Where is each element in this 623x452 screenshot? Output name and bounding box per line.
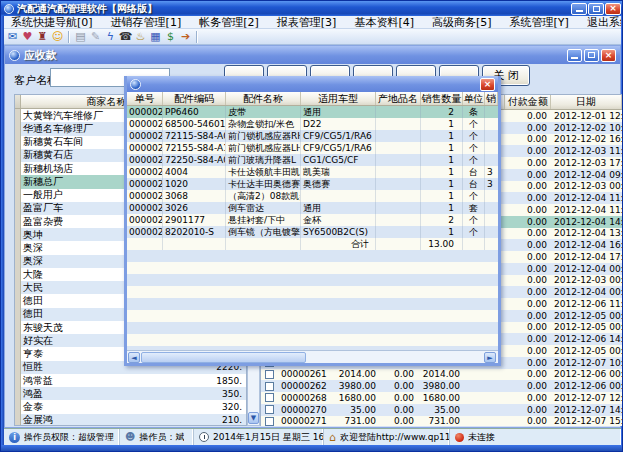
price-fragment xyxy=(485,214,498,226)
part-name: 杂物盒锁扣/米色 xyxy=(226,118,301,130)
popup-row[interactable]: 00000230 68500-54601 杂物盒锁扣/米色 D22 1 个 xyxy=(127,118,498,130)
detail-row[interactable]: 00000271 731.00 0.00 731.00 0.00 2012-12… xyxy=(261,416,622,427)
part-code-header[interactable]: 配件编码 xyxy=(163,92,226,105)
menu-item[interactable]: 系统快捷导航[0] xyxy=(2,16,102,29)
merchant-row[interactable]: 金展鸿 210. xyxy=(15,414,246,426)
scroll-right-icon[interactable]: ► xyxy=(484,352,496,363)
menu-item[interactable]: 进销存管理[1] xyxy=(102,16,191,29)
record-date: 2012-12-05 00:00:0 xyxy=(552,311,622,321)
total-label: 合计 xyxy=(301,238,376,250)
record-date: 2012-12-06 11:43:5 xyxy=(552,299,622,309)
exit-icon[interactable]: ➔ xyxy=(178,30,193,44)
price-fragment xyxy=(485,142,498,154)
popup-row[interactable]: 00000230 72115-S84-A01 前门锁机感应器RH CF9/CG5… xyxy=(127,130,498,142)
popup-row[interactable]: 00000230 PP6460 皮带 通用 2 条 xyxy=(127,106,498,118)
car-model: D22 xyxy=(301,118,376,130)
phone-icon[interactable]: ☎ xyxy=(118,30,133,44)
popup-row[interactable]: 00000230 8202010-S 倒车镜（方电镀擎5）LH SY6500B2… xyxy=(127,226,498,238)
unit-header[interactable]: 单位 xyxy=(463,92,485,105)
record-date: 2012-12-04 11:41:2 xyxy=(552,205,622,215)
unit: 个 xyxy=(463,214,485,226)
record-date: 2012-12-03 00:00:0 xyxy=(552,181,622,191)
moneybag-icon[interactable]: $ xyxy=(163,30,178,44)
detail-row[interactable]: 00000261 2014.00 0.00 2014.00 0.00 2012-… xyxy=(261,369,622,381)
record-date: 2012-12-04 14:07:2 xyxy=(552,217,622,227)
minimize-button[interactable] xyxy=(571,3,587,15)
price-header[interactable]: 销 xyxy=(485,92,498,105)
receivables-titlebar: 应收款 × xyxy=(5,46,620,64)
restore-button[interactable] xyxy=(588,3,604,15)
part-name: 前门玻璃升降器L xyxy=(226,154,301,166)
popup-close-button[interactable]: × xyxy=(480,78,495,91)
part-name-header[interactable]: 配件名称 xyxy=(226,92,301,105)
popup-row[interactable]: 00000230 72250-S84-A02 前门玻璃升降器L CG1/CG5/… xyxy=(127,154,498,166)
hscroll-thumb[interactable] xyxy=(141,352,306,363)
toolbar-separator[interactable] xyxy=(196,31,198,43)
order-no: 00000230 xyxy=(127,118,163,130)
brand-header[interactable]: 产地品名 xyxy=(376,92,421,105)
edit-icon[interactable]: ✎ xyxy=(88,30,103,44)
scroll-left-icon[interactable]: ◄ xyxy=(128,352,140,363)
menu-item[interactable]: 基本资料[4] xyxy=(345,16,423,29)
popup-row[interactable]: 00000230 3068 （高清2）08款凯美瑞摄像头 1 个 xyxy=(127,190,498,202)
row-checkbox[interactable] xyxy=(265,382,274,391)
statusbar: i 操作员权限：超级管理 ☻ 操作员：斌 2014年1月15日 星期三 16:2… xyxy=(4,428,621,445)
payment-amount: 0.00 xyxy=(506,158,552,168)
row-checkbox[interactable] xyxy=(265,393,274,402)
detail-row[interactable]: 00000262 3980.00 0.00 3980.00 0.00 2012-… xyxy=(261,380,622,392)
part-name: 倒车镜（方电镀擎5）LH xyxy=(226,226,301,238)
brand xyxy=(376,166,421,178)
order-no-header[interactable]: 单号 xyxy=(127,92,163,105)
scroll-down-icon[interactable]: ▼ xyxy=(248,412,259,424)
part-name: 悬挂衬套/下中 xyxy=(226,214,301,226)
detail-row[interactable]: 00000268 1680.00 0.00 1680.00 0.00 2012-… xyxy=(261,392,622,404)
row-checkbox[interactable] xyxy=(265,370,274,379)
menu-item[interactable]: 高级商务[5] xyxy=(423,16,501,29)
popup-hscrollbar[interactable]: ◄ ► xyxy=(127,350,498,363)
smiley-icon[interactable]: ☺ xyxy=(50,30,65,44)
order-no: 00000230 xyxy=(127,106,163,118)
car-model-header[interactable]: 适用车型 xyxy=(301,92,376,105)
popup-row[interactable]: 00000230 4004 卡仕达领航丰田凯美瑞（8寸 凯美瑞 1 台 3 xyxy=(127,166,498,178)
amount-balance: 3980.00 xyxy=(419,381,465,391)
calculator-icon[interactable]: ▦ xyxy=(148,30,163,44)
payment-amount: 0.00 xyxy=(506,264,552,274)
menu-item[interactable]: 报表管理[3] xyxy=(268,16,346,29)
receivables-close-button[interactable]: × xyxy=(601,49,616,62)
row-checkbox[interactable] xyxy=(265,417,274,426)
quantity-header[interactable]: 销售数量 xyxy=(421,92,463,105)
receivables-minimize-button[interactable] xyxy=(567,49,582,62)
close-button[interactable]: × xyxy=(605,3,621,15)
popup-row[interactable]: 00000230 72155-S84-A11 前门锁机感应器LH CF9/CG5… xyxy=(127,142,498,154)
menu-item[interactable]: 系统管理[Y] xyxy=(501,16,578,29)
row-checkbox[interactable] xyxy=(265,405,274,414)
receivables-maximize-button[interactable] xyxy=(584,49,599,62)
unit: 个 xyxy=(463,118,485,130)
merchant-row[interactable]: 鸿盈 350. xyxy=(15,387,246,400)
merchant-row[interactable]: 金泰 320. xyxy=(15,401,246,414)
payment-amount: 0.00 xyxy=(506,393,552,403)
menu-item[interactable]: 帐务管理[2] xyxy=(190,16,268,29)
car-model: 奥德赛 xyxy=(301,178,376,190)
date-column-header[interactable]: 日期 xyxy=(551,95,622,109)
toolbar-separator[interactable] xyxy=(68,31,70,43)
notes-icon[interactable]: ▤ xyxy=(73,30,88,44)
record-date: 2012-12-04 13:23:0 xyxy=(552,228,622,238)
mail-icon[interactable]: ✉ xyxy=(5,30,20,44)
payment-column-header[interactable]: 付款金额 xyxy=(505,95,551,109)
connection-dot-icon xyxy=(455,433,464,442)
lightning-icon[interactable]: ϟ xyxy=(103,30,118,44)
fax-icon[interactable]: ♨ xyxy=(133,30,148,44)
detail-row[interactable]: 00000270 35.00 0.00 35.00 0.00 2012-12-0… xyxy=(261,404,622,416)
popup-row[interactable]: 00000230 1020 卡仕达丰田奥德赛 奥德赛 1 台 3 xyxy=(127,178,498,190)
receivables-window-title: 应收款 xyxy=(24,48,57,63)
window-controls: × xyxy=(571,3,621,15)
app-window: 汽配通汽配管理软件【网络版】 × 系统快捷导航[0]进销存管理[1]帐务管理[2… xyxy=(0,0,623,452)
popup-row[interactable]: 00000230 3026 倒车雷达 通用 1 套 xyxy=(127,202,498,214)
menu-item[interactable]: 退出系统 xyxy=(578,16,623,29)
popup-rows: 00000230 PP6460 皮带 通用 2 条 00000230 xyxy=(127,106,498,238)
print-icon[interactable]: ♥ xyxy=(20,30,35,44)
merchant-row[interactable]: 鸿常益 1850. xyxy=(15,374,246,387)
popup-row[interactable]: 00000230 2901177 悬挂衬套/下中 金杯 2 个 xyxy=(127,214,498,226)
bank-icon[interactable]: ♜ xyxy=(35,30,50,44)
